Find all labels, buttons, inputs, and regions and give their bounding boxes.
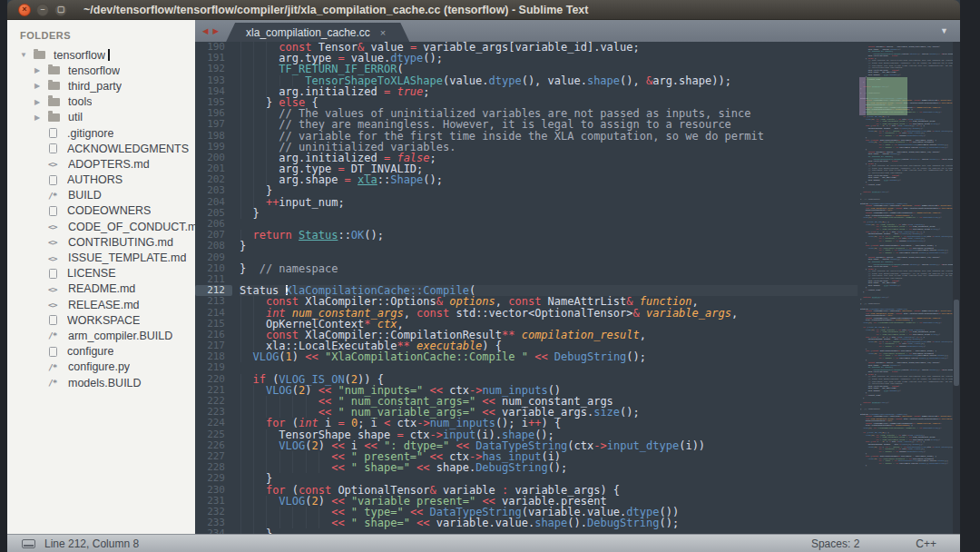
line-number: 193 [195,75,232,86]
sidebar-item-tools[interactable]: ▶tools [7,94,195,110]
code-line-204[interactable]: ++input_num; [240,197,858,208]
line-number: 214 [195,308,232,319]
line-number: 198 [195,131,232,142]
code-line-202[interactable]: arg.shape = xla::Shape(); [240,174,858,185]
sidebar-item-label: arm_compiler.BUILD [68,330,172,342]
nav-back-icon[interactable]: ◀ [202,26,209,35]
code-line-207[interactable]: return Status::OK(); [240,230,858,241]
sidebar-item-code-of-conduct-md[interactable]: <>CODE_OF_CONDUCT.md [7,219,195,234]
file-icon [49,128,57,138]
disclosure-collapsed-icon: ▶ [34,113,48,122]
code-line-234[interactable]: } [240,528,858,534]
sidebar-item-issue-template-md[interactable]: <>ISSUE_TEMPLATE.md [7,250,195,265]
close-button[interactable]: × [18,4,31,16]
sidebar-item-license[interactable]: LICENSE [7,266,195,281]
sidebar-item-configure-py[interactable]: /*configure.py [7,360,195,375]
sidebar-item-label: tools [68,95,92,108]
indentation-status[interactable]: Spaces: 2 [811,537,859,550]
sidebar-item-codeowners[interactable]: CODEOWNERS [7,203,195,219]
folder-icon [48,113,60,122]
sidebar-item-contributing-md[interactable]: <>CONTRIBUTING.md [7,234,195,250]
sublime-text-window: × – ▢ ~/dev/tensorflow/tensorflow/compil… [7,0,960,552]
sidebar-item-label: tensorflow [54,49,105,62]
sidebar-item-release-md[interactable]: <>RELEASE.md [7,297,195,312]
disclosure-expanded-icon: ▼ [20,51,34,59]
sidebar-item-adopters-md[interactable]: <>ADOPTERS.md [7,156,195,172]
code-line-194[interactable]: arg.initialized = true; [240,86,858,97]
sidebar: FOLDERS ▼tensorflow▶tensorflow▶third_par… [7,20,195,534]
tab-bar: ◀ ▶ xla_compilation_cache.cc × ▼ [195,20,960,42]
sidebar-item-util[interactable]: ▶util [7,110,195,125]
code-line-205[interactable]: } [240,208,858,219]
sidebar-item-third-party[interactable]: ▶third_party [7,78,195,94]
line-number: 219 [195,362,232,373]
sidebar-item-label: util [68,111,83,123]
code-area[interactable]: const Tensor& value = variable_args[vari… [232,42,858,534]
indent-guide [306,518,307,528]
sidebar-item-label: ACKNOWLEDGMENTS [67,143,189,155]
sidebar-item-models-build[interactable]: /*models.BUILD [7,375,195,390]
sidebar-item-label: BUILD [68,189,102,202]
minimize-button[interactable]: – [36,4,49,16]
sidebar-item-label: ISSUE_TEMPLATE.md [68,251,186,264]
close-icon: × [22,5,26,14]
window-title: ~/dev/tensorflow/tensorflow/compiler/jit… [83,4,589,16]
source-file-icon: /* [48,191,60,201]
disclosure-collapsed-icon: ▶ [34,66,48,74]
file-icon [49,347,57,357]
sidebar-item-label: CONTRIBUTING.md [68,236,173,249]
sidebar-item-label: LICENSE [67,267,116,280]
sidebar-item-arm-compiler-build[interactable]: /*arm_compiler.BUILD [7,328,195,343]
folders-header: FOLDERS [7,20,195,47]
scrollbar-thumb[interactable] [954,300,959,386]
syntax-status[interactable]: C++ [916,537,936,550]
sidebar-item-build[interactable]: /*BUILD [7,188,195,203]
indent-guide [292,518,293,528]
sidebar-item-label: CODEOWNERS [67,204,151,217]
sidebar-item-gitignore[interactable]: .gitignore [7,125,195,141]
cursor-position-status[interactable]: Line 212, Column 8 [44,537,139,550]
sidebar-item-readme-md[interactable]: <>README.md [7,281,195,297]
indent-guide [240,528,241,534]
maximize-button[interactable]: ▢ [54,4,67,16]
minimap-string-block [867,77,907,115]
markup-file-icon: <> [48,284,60,294]
folder-icon [48,98,60,106]
minimap-accent-block [859,77,866,115]
line-number: 225 [195,429,232,440]
sidebar-item-authors[interactable]: AUTHORS [7,172,195,188]
sidebar-item-tensorflow[interactable]: ▶tensorflow [7,63,195,78]
sidebar-item-tensorflow[interactable]: ▼tensorflow [7,47,195,63]
sidebar-item-acknowledgments[interactable]: ACKNOWLEDGMENTS [7,141,195,156]
line-number: 192 [195,64,232,74]
code-line-228[interactable]: << " shape=" << shape.DebugString(); [240,462,858,473]
indent-guide [240,351,241,362]
sidebar-item-label: configure [67,345,113,358]
tab-overflow-icon[interactable]: ▼ [940,26,948,35]
nav-forward-icon[interactable]: ▶ [213,26,220,35]
code-line-210[interactable]: } // namespace [240,263,858,274]
sidebar-item-configure[interactable]: configure [7,344,195,360]
tab-xla-compilation-cache[interactable]: xla_compilation_cache.cc × [226,23,409,42]
line-number: 224 [195,418,232,429]
sidebar-item-label: models.BUILD [68,377,142,389]
scrollbar-track[interactable] [953,42,960,534]
line-number-gutter: 1901911921931941951961971981992002012022… [195,42,232,534]
code-line-233[interactable]: << " shape=" << variable.value.shape().D… [240,518,858,528]
line-number: 209 [195,252,232,263]
line-number: 203 [195,185,232,196]
code-line-218[interactable]: VLOG(1) << "XlaCompilationCache::Compile… [240,351,858,362]
code-line-208[interactable]: } [240,241,858,251]
sidebar-item-label: WORKSPACE [67,314,140,327]
file-icon [49,143,57,153]
markup-file-icon: <> [48,222,60,232]
sidebar-file-tree: ▼tensorflow▶tensorflow▶third_party▶tools… [7,47,195,390]
indent-guide [292,462,293,473]
tab-close-icon[interactable]: × [380,27,386,38]
sidebar-item-workspace[interactable]: WORKSPACE [7,312,195,328]
indent-guide [318,518,319,528]
indent-guide [279,518,280,528]
indent-guide [253,528,254,534]
minimap[interactable]: const Tensor& value = variable_args[vari… [858,42,953,534]
sidebar-item-label: ADOPTERS.md [68,158,150,171]
